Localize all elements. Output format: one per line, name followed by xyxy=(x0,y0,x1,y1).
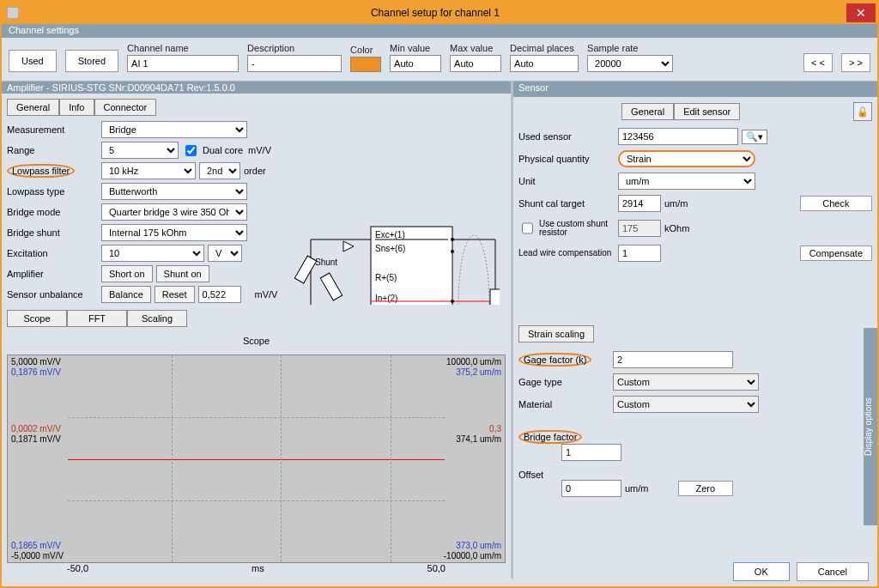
min-input[interactable] xyxy=(390,55,441,72)
window-title: Channel setup for channel 1 xyxy=(24,7,846,19)
tab-sensor-general[interactable]: General xyxy=(621,103,674,120)
gt-label: Gage type xyxy=(518,377,613,387)
lpf-select[interactable]: 10 kHz xyxy=(101,162,196,179)
short-on-button[interactable]: Short on xyxy=(101,265,153,282)
sct-input[interactable] xyxy=(618,195,661,212)
tab-sensor-edit[interactable]: Edit sensor xyxy=(674,103,740,120)
zero-button[interactable]: Zero xyxy=(678,481,734,496)
channel-name-label: Channel name xyxy=(127,43,239,53)
bm-select[interactable]: Quarter bridge 3 wire 350 Ohm xyxy=(101,203,247,221)
scope-xlab: ms xyxy=(252,563,264,573)
next-button[interactable]: > > xyxy=(841,53,870,72)
lpt-label: Lowpass type xyxy=(7,186,101,197)
lw-input[interactable] xyxy=(618,245,661,262)
scope-plot[interactable]: 5,0000 mV/V 0,1876 mV/V 0,0002 mV/V 0,18… xyxy=(7,355,506,563)
used-button[interactable]: Used xyxy=(9,50,57,72)
exc-label: Excitation xyxy=(7,248,101,258)
unit-label: Unit xyxy=(518,176,613,186)
svg-text:In+(2): In+(2) xyxy=(375,294,397,303)
range-select[interactable]: 5 xyxy=(101,142,179,159)
scope-xmin: -50,0 xyxy=(67,563,88,573)
gt-select[interactable]: Custom xyxy=(613,373,759,391)
off-input[interactable] xyxy=(561,480,621,497)
svg-marker-18 xyxy=(343,241,354,252)
amplifier-header: Amplifier - SIRIUS-STG SNr:D00904DA71 Re… xyxy=(2,82,511,94)
used-sensor-input[interactable] xyxy=(618,128,738,145)
amp-label: Amplifier xyxy=(7,269,101,279)
tab-info[interactable]: Info xyxy=(59,99,94,116)
measurement-label: Measurement xyxy=(7,124,101,135)
display-options-tab[interactable]: Display options xyxy=(864,328,877,525)
gf-input[interactable] xyxy=(613,351,733,368)
custom-shunt-checkbox[interactable] xyxy=(522,220,533,237)
measurement-select[interactable]: Bridge xyxy=(101,121,247,138)
section-channel-settings: Channel settings xyxy=(2,24,877,38)
sct-label: Shunt cal target xyxy=(518,198,613,209)
bs-label: Bridge shunt xyxy=(7,227,101,238)
svg-point-28 xyxy=(451,300,454,303)
mat-label: Material xyxy=(518,399,613,409)
unbal-input[interactable] xyxy=(198,286,241,303)
color-swatch[interactable] xyxy=(350,57,381,72)
bm-label: Bridge mode xyxy=(7,207,101,217)
tab-strain-scaling[interactable]: Strain scaling xyxy=(518,325,594,342)
max-input[interactable] xyxy=(450,55,501,72)
sr-label: Sample rate xyxy=(587,43,673,53)
max-label: Max value xyxy=(450,43,501,53)
used-sensor-label: Used sensor xyxy=(518,131,613,142)
tab-scope[interactable]: Scope xyxy=(7,310,67,327)
unbal-label: Sensor unbalance xyxy=(7,289,101,300)
cancel-button[interactable]: Cancel xyxy=(797,562,869,581)
top-row: Used Stored Channel name Description Col… xyxy=(2,38,877,82)
channel-name-input[interactable] xyxy=(127,55,239,72)
min-label: Min value xyxy=(390,43,441,53)
mat-select[interactable]: Custom xyxy=(613,396,759,413)
lpf-order-select[interactable]: 2nd xyxy=(199,162,240,179)
custom-shunt-input xyxy=(618,220,661,237)
stored-button[interactable]: Stored xyxy=(65,50,118,72)
svg-rect-13 xyxy=(294,256,316,283)
check-button[interactable]: Check xyxy=(800,196,872,211)
bf-label: Bridge factor xyxy=(518,430,582,444)
custom-shunt-label: Use custom shunt resistor xyxy=(539,220,613,237)
unit-select[interactable]: um/m xyxy=(618,173,755,190)
dualcore-label: Dual core xyxy=(203,145,243,155)
shunt-on-button[interactable]: Shunt on xyxy=(156,265,209,282)
bs-select[interactable]: Internal 175 kOhm xyxy=(101,224,247,241)
description-label: Description xyxy=(247,43,342,53)
unbal-unit: mV/V xyxy=(255,289,278,300)
pq-select[interactable]: Strain xyxy=(618,150,755,167)
tab-connector[interactable]: Connector xyxy=(94,99,157,116)
prev-button[interactable]: < < xyxy=(803,53,833,72)
dp-input[interactable] xyxy=(510,55,579,72)
app-icon xyxy=(7,7,19,19)
close-button[interactable]: ✕ xyxy=(846,3,876,22)
description-input[interactable] xyxy=(247,55,342,72)
balance-button[interactable]: Balance xyxy=(101,286,151,303)
tab-scaling[interactable]: Scaling xyxy=(127,310,187,327)
off-label: Offset xyxy=(518,470,872,480)
exc-unit-select[interactable]: V xyxy=(208,245,242,262)
svg-point-27 xyxy=(451,250,454,253)
exc-select[interactable]: 10 xyxy=(101,245,204,262)
bf-input[interactable] xyxy=(561,444,621,461)
dualcore-checkbox[interactable] xyxy=(185,145,197,156)
tab-fft[interactable]: FFT xyxy=(67,310,127,327)
svg-text:Exc+(1): Exc+(1) xyxy=(375,230,405,239)
scope-title: Scope xyxy=(7,336,506,346)
svg-rect-15 xyxy=(320,273,342,300)
range-label: Range xyxy=(7,145,101,155)
lock-icon[interactable]: 🔓 xyxy=(853,102,872,121)
lw-label: Lead wire compensation xyxy=(518,249,613,258)
search-icon[interactable]: 🔍▾ xyxy=(742,130,767,144)
ok-button[interactable]: OK xyxy=(733,562,790,581)
reset-button[interactable]: Reset xyxy=(155,286,195,303)
svg-text:R+(5): R+(5) xyxy=(375,273,397,282)
lpt-select[interactable]: Butterworth xyxy=(101,183,247,200)
scope-xmax: 50,0 xyxy=(427,563,446,573)
svg-text:Shunt: Shunt xyxy=(315,258,337,267)
sr-select[interactable]: 20000 xyxy=(587,55,673,72)
compensate-button[interactable]: Compensate xyxy=(800,246,872,261)
tab-general[interactable]: General xyxy=(7,99,59,116)
svg-point-26 xyxy=(451,238,454,241)
